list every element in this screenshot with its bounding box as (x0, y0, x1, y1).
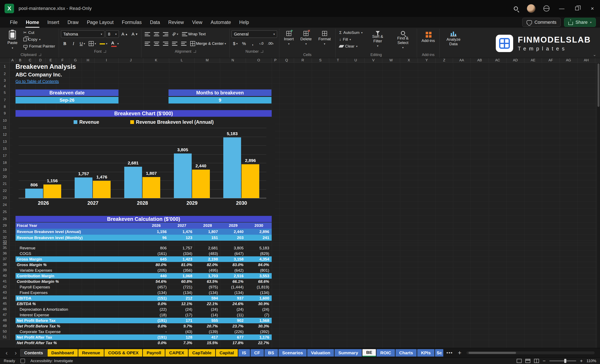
cell-value[interactable]: 4,354 (246, 257, 272, 262)
sheet-tab-payroll[interactable]: Payroll (143, 349, 165, 356)
accessibility-status[interactable]: Accessibility: Investigate (30, 359, 73, 363)
months-to-breakeven-label-cell[interactable]: Months to breakeven (169, 90, 272, 96)
column-header-AC[interactable]: AC (489, 58, 506, 62)
normal-view-icon[interactable] (517, 359, 522, 363)
cell-value[interactable]: 82.0% (195, 263, 220, 267)
cell-value[interactable]: (18) (143, 313, 169, 317)
increase-decimal-button[interactable]: ‹.0 (258, 40, 265, 47)
dialog-launcher-icon[interactable] (261, 50, 263, 53)
cell-value[interactable]: (1,819) (246, 285, 272, 289)
cell-value[interactable]: 1,757 (169, 246, 195, 250)
collapse-ribbon-icon[interactable]: ⌄ (593, 52, 596, 57)
sheet-tab-kpis[interactable]: KPIs (417, 349, 434, 356)
accounting-format-button[interactable]: $▾ (232, 40, 239, 47)
format-cells-button[interactable]: Format▾ (316, 29, 333, 47)
cell-value[interactable]: (24) (195, 307, 220, 312)
menu-item-draw[interactable]: Draw (64, 18, 83, 27)
cell-value[interactable]: 902 (220, 318, 246, 323)
year-header[interactable]: 2029 (220, 223, 246, 228)
cell-value[interactable]: 123 (169, 236, 195, 240)
cell-value[interactable]: (334) (169, 251, 195, 256)
menu-item-home[interactable]: Home (22, 18, 43, 27)
cell-value[interactable]: (191) (143, 318, 169, 323)
cell-value[interactable]: 171 (169, 318, 195, 323)
cell-value[interactable]: 12.1% (169, 302, 195, 306)
cell-value[interactable]: 806 (143, 246, 169, 250)
dialog-launcher-icon[interactable] (39, 54, 41, 56)
cell-value[interactable]: (134) (220, 291, 246, 295)
shrink-font-button[interactable]: A▼ (130, 30, 139, 38)
column-header-B[interactable]: B (16, 58, 25, 62)
cell-value[interactable]: 555 (195, 318, 220, 323)
close-button[interactable]: × (585, 0, 600, 17)
column-header-K[interactable]: K (143, 58, 169, 62)
sheet-tab-capex[interactable]: CAPEX (165, 349, 188, 356)
borders-button[interactable]: ▾ (87, 40, 97, 47)
row-label[interactable]: Depreciation & Amortization (16, 307, 143, 312)
sheet-tab-roic[interactable]: ROIC (376, 349, 395, 356)
year-header[interactable]: 2028 (195, 223, 220, 228)
column-header-C[interactable]: C (25, 58, 35, 62)
row-label[interactable]: Corporate Tax Expense (16, 329, 143, 334)
column-header-AF[interactable]: AF (542, 58, 560, 62)
cell-value[interactable]: 17.8% (220, 341, 246, 345)
menu-item-review[interactable]: Review (164, 18, 188, 27)
presence-button[interactable] (539, 0, 554, 17)
cell-value[interactable]: (483) (195, 251, 220, 256)
cell-value[interactable]: 3,158 (220, 257, 246, 262)
font-size-select[interactable]: 8▾ (106, 30, 119, 38)
row-label[interactable]: Interest Expense (16, 313, 143, 317)
cell-value[interactable]: 1,156 (143, 229, 169, 234)
sheet-tab-captable[interactable]: CapTable (188, 349, 215, 356)
column-header-AG[interactable]: AG (560, 58, 577, 62)
cell-value[interactable]: 645 (143, 257, 169, 262)
addins-button[interactable]: Add-ins (419, 29, 437, 45)
cell-value[interactable]: 2,681 (195, 246, 220, 250)
cell-value[interactable]: 440 (143, 274, 169, 278)
number-format-select[interactable]: General▾ (232, 30, 277, 38)
cell-value[interactable]: 15.5% (195, 341, 220, 345)
year-header[interactable]: 2026 (143, 223, 169, 228)
row-label[interactable]: Revenue (16, 246, 143, 250)
column-header-T[interactable]: T (329, 58, 347, 62)
column-header-W[interactable]: W (382, 58, 400, 62)
zoom-level[interactable]: 110% (587, 359, 596, 363)
cell-value[interactable]: (191) (143, 335, 169, 340)
bold-button[interactable]: B (61, 40, 68, 47)
months-to-breakeven-value-cell[interactable]: 9 (169, 97, 272, 103)
column-header-I[interactable]: I (94, 58, 119, 62)
cell-value[interactable]: (205) (143, 268, 169, 273)
row-label[interactable]: COGS (16, 251, 143, 256)
tab-scroll-right-icon[interactable]: › (11, 349, 20, 356)
cell-value[interactable]: (134) (195, 291, 220, 295)
column-header-H[interactable]: H (82, 58, 94, 62)
cell-value[interactable]: 0.0% (143, 324, 169, 328)
row-label[interactable]: Gross Margin (16, 257, 143, 262)
row-label[interactable]: EBITDA % (16, 302, 143, 306)
increase-indent-button[interactable] (180, 40, 188, 47)
cell-value[interactable]: 84.0% (246, 263, 272, 267)
cell-value[interactable]: 2,896 (246, 229, 272, 234)
column-header-L[interactable]: L (169, 58, 195, 62)
cell-value[interactable]: 1,068 (169, 274, 195, 278)
column-header-G[interactable]: G (69, 58, 82, 62)
delete-cells-button[interactable]: Delete▾ (298, 29, 314, 47)
cell-value[interactable]: 66.1% (220, 279, 246, 284)
more-sheets-button[interactable]: ••• (444, 350, 455, 356)
autosum-button[interactable]: ΣAutoSum▾ (338, 29, 364, 36)
font-family-select[interactable]: Tahoma▾ (61, 30, 104, 38)
cell-value[interactable]: (829) (246, 251, 272, 256)
format-painter-button[interactable]: Format Painter (22, 43, 57, 49)
zoom-in-button[interactable]: + (580, 358, 583, 364)
share-button[interactable]: Share ▾ (564, 18, 596, 27)
fill-color-button[interactable]: ▾ (98, 40, 109, 47)
cell-value[interactable]: 3,553 (246, 274, 272, 278)
breakeven-date-label-cell[interactable]: Breakeven date (16, 90, 119, 96)
cell-value[interactable]: (11) (220, 313, 246, 317)
cell-value[interactable]: (17) (169, 313, 195, 317)
cell-value[interactable]: 22.1% (195, 302, 220, 306)
decrease-decimal-button[interactable]: .00› (266, 40, 275, 47)
zoom-slider[interactable] (549, 361, 576, 361)
sheet-tab-is[interactable]: IS (238, 349, 250, 356)
cell-value[interactable]: 212 (169, 296, 195, 300)
